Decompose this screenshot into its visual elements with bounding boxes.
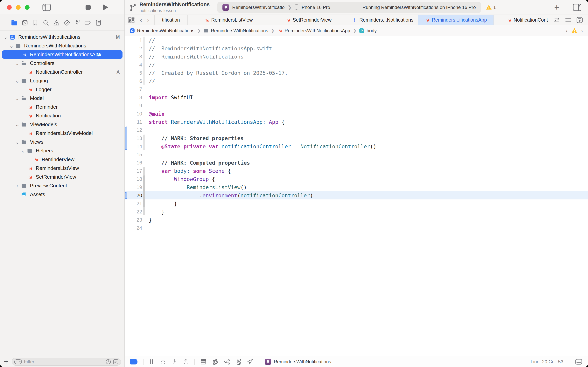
code-line-14[interactable]: 14 @State private var notificationContro…	[125, 142, 588, 150]
line-number[interactable]: 7	[128, 86, 142, 92]
forward-button[interactable]: ›	[147, 16, 149, 24]
navigator-tab-find-icon[interactable]	[42, 19, 49, 26]
line-number[interactable]: 17	[128, 168, 142, 174]
add-editor-icon[interactable]	[576, 17, 583, 23]
run-button[interactable]	[103, 4, 109, 11]
line-number[interactable]: 3	[128, 54, 142, 60]
step-over-icon[interactable]	[160, 359, 166, 365]
line-number[interactable]: 8	[128, 94, 142, 100]
code-line-2[interactable]: 2// RemindersWithNotificationsApp.swift	[125, 44, 588, 52]
disclosure-chevron-icon[interactable]: ⌄	[3, 36, 8, 38]
tree-item-ReminderView[interactable]: ReminderView	[0, 155, 125, 164]
disclosure-chevron-icon[interactable]: ⌄	[14, 124, 20, 125]
breadcrumb-item-RemindersWithNotifications[interactable]: RemindersWithNotifications	[203, 28, 268, 33]
swap-editor-icon[interactable]	[553, 17, 560, 23]
code-line-18[interactable]: 18 WindowGroup {	[125, 175, 588, 183]
code-line-13[interactable]: 13 // MARK: Stored properties	[125, 134, 588, 142]
zoom-window-button[interactable]	[25, 5, 30, 10]
code-line-12[interactable]: 12	[125, 126, 588, 134]
tree-item-RemindersListView[interactable]: RemindersListView	[0, 164, 125, 173]
code-line-4[interactable]: 4//	[125, 61, 588, 69]
line-number[interactable]: 6	[128, 78, 142, 84]
navigator-tab-breakpoints-icon[interactable]	[84, 19, 91, 26]
filter-field[interactable]: Filter	[12, 358, 121, 366]
code-line-23[interactable]: 23}	[125, 216, 588, 224]
code-line-8[interactable]: 8import SwiftUI	[125, 93, 588, 101]
code-line-17[interactable]: 17 var body: some Scene {	[125, 167, 588, 175]
pause-execution-icon[interactable]	[149, 359, 154, 365]
simulate-location-icon[interactable]	[247, 359, 253, 365]
issue-warning-icon[interactable]	[571, 28, 578, 33]
line-number[interactable]: 4	[128, 62, 142, 68]
warning-badge[interactable]: 1	[486, 5, 496, 10]
debug-area-toggle-icon[interactable]	[575, 359, 582, 365]
tree-item-SetReminderView[interactable]: SetReminderView	[0, 173, 125, 181]
disclosure-chevron-icon[interactable]: ›	[14, 183, 20, 188]
line-number[interactable]: 2	[128, 45, 142, 51]
source-editor[interactable]: 1//2// RemindersWithNotificationsApp.swi…	[125, 36, 588, 356]
code-line-21[interactable]: 21 }	[125, 200, 588, 208]
breakpoints-toggle-icon[interactable]	[130, 359, 137, 365]
tree-item-Model[interactable]: ⌄Model	[0, 94, 125, 103]
line-number[interactable]: 24	[128, 225, 142, 231]
previous-issue-icon[interactable]: ‹	[566, 27, 568, 34]
line-number[interactable]: 11	[128, 119, 142, 125]
back-button[interactable]: ‹	[140, 16, 142, 24]
minimize-window-button[interactable]	[16, 5, 21, 10]
line-number[interactable]: 14	[128, 143, 142, 150]
code-line-9[interactable]: 9	[125, 101, 588, 110]
disclosure-chevron-icon[interactable]: ⌄	[14, 62, 20, 64]
editor-tab-RemindersListView[interactable]: RemindersListView	[187, 15, 269, 25]
tree-item-Reminder[interactable]: Reminder	[0, 103, 125, 111]
tree-item-Notification[interactable]: Notification	[0, 111, 125, 120]
tree-item-RemindersListViewModel[interactable]: RemindersListViewModel	[0, 129, 125, 138]
tree-item-Views[interactable]: ⌄Views	[0, 138, 125, 146]
disclosure-chevron-icon[interactable]: ⌄	[8, 45, 14, 47]
tree-item-NotificationController[interactable]: NotificationControllerA	[0, 68, 125, 76]
tree-item-Controllers[interactable]: ⌄Controllers	[0, 59, 125, 68]
disclosure-chevron-icon[interactable]: ⌄	[14, 141, 20, 143]
code-line-16[interactable]: 16 // MARK: Computed properties	[125, 158, 588, 167]
running-app-chip[interactable]: RemindersWithNotifications	[265, 359, 331, 365]
line-number[interactable]: 20	[128, 192, 142, 199]
recent-files-filter-icon[interactable]	[106, 359, 111, 365]
line-number[interactable]: 5	[128, 70, 142, 76]
line-number[interactable]: 21	[128, 200, 142, 207]
navigator-tab-project-icon[interactable]	[11, 19, 18, 26]
navigator-tab-source-control-icon[interactable]	[21, 19, 28, 26]
code-line-10[interactable]: 10@main	[125, 110, 588, 118]
close-window-button[interactable]	[7, 5, 12, 10]
tree-item-RemindersWithNotificationsApp[interactable]: RemindersWithNotificationsAppM	[0, 50, 125, 59]
line-number[interactable]: 22	[128, 209, 142, 215]
code-line-22[interactable]: 22 }	[125, 208, 588, 216]
line-number[interactable]: 19	[128, 184, 142, 190]
line-number[interactable]: 23	[128, 217, 142, 223]
step-out-icon[interactable]	[183, 359, 189, 365]
breadcrumb-item-RemindersWithNotificationsApp[interactable]: RemindersWithNotificationsApp	[277, 28, 350, 33]
navigator-tab-tests-icon[interactable]	[63, 19, 70, 26]
breadcrumb-item-body[interactable]: Pbody	[359, 28, 377, 33]
disclosure-chevron-icon[interactable]: ⌄	[14, 97, 20, 99]
code-line-20[interactable]: 20 .environment(notificationController)	[125, 191, 588, 200]
editor-tab-Reminders-ificationsApp[interactable]: Reminders...ificationsApp	[418, 15, 494, 25]
line-number[interactable]: 18	[128, 176, 142, 182]
code-line-15[interactable]: 15	[125, 150, 588, 158]
scheme-name[interactable]: RemindersWithNotificatio	[232, 5, 285, 10]
tree-item-Assets[interactable]: Assets	[0, 190, 125, 199]
navigator-tab-reports-icon[interactable]	[95, 19, 102, 26]
navigator-tab-debug-icon[interactable]	[74, 19, 81, 26]
tree-item-Preview-Content[interactable]: ›Preview Content	[0, 181, 125, 190]
line-number[interactable]: 10	[128, 111, 142, 117]
code-line-7[interactable]: 7	[125, 85, 588, 93]
line-number[interactable]: 9	[128, 103, 142, 109]
add-file-button[interactable]: +	[4, 358, 8, 366]
tree-item-ViewModels[interactable]: ⌄ViewModels	[0, 120, 125, 129]
left-sidebar-toggle-icon[interactable]	[42, 4, 51, 11]
navigator-tab-bookmarks-icon[interactable]	[32, 19, 39, 26]
memory-graph-icon[interactable]	[212, 359, 218, 365]
disclosure-chevron-icon[interactable]: ⌄	[14, 80, 20, 82]
code-line-1[interactable]: 1//	[125, 36, 588, 44]
related-items-icon[interactable]	[128, 17, 135, 23]
right-sidebar-toggle-icon[interactable]	[573, 4, 581, 11]
line-number[interactable]: 13	[128, 135, 142, 141]
